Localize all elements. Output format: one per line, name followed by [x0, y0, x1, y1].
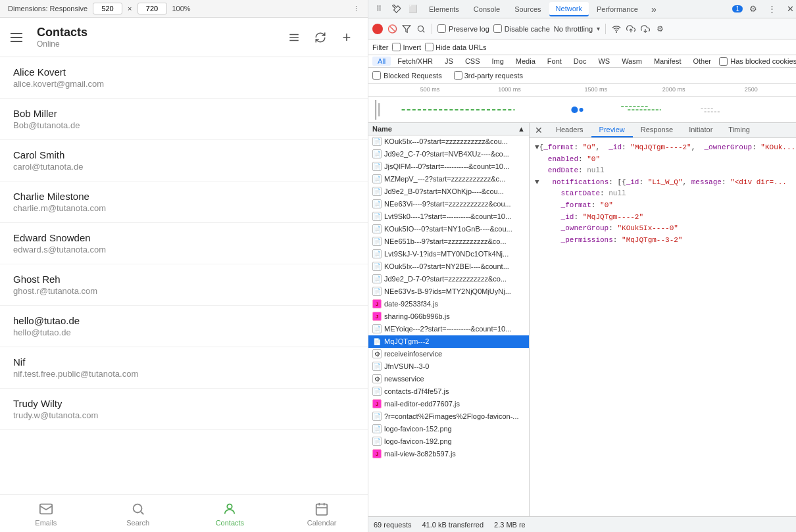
table-row[interactable]: 📄 Lvt9Sk0----1?start=----------&count=10…: [368, 210, 529, 223]
toolbar-separator-2: [605, 24, 606, 34]
request-type-icon: 📄: [372, 337, 382, 346]
third-party-checkbox[interactable]: 3rd-party requests: [454, 71, 523, 80]
list-item[interactable]: hello@tutao.de hello@tutao.de: [0, 306, 368, 347]
record-button[interactable]: [372, 24, 383, 34]
tab-initiator[interactable]: Initiator: [681, 123, 720, 137]
json-toggle[interactable]: ▼: [535, 143, 539, 151]
table-row[interactable]: 📄 MZMepV_---2?start=zzzzzzzzzzz&c...: [368, 173, 529, 185]
filter-icon[interactable]: [401, 24, 412, 34]
devtools-responsive-icon[interactable]: ⬜: [405, 1, 421, 17]
width-input[interactable]: [93, 3, 122, 14]
json-toggle[interactable]: ▼: [535, 178, 539, 186]
disable-cache-checkbox[interactable]: Disable cache: [493, 24, 550, 33]
contacts-list[interactable]: Alice Kovert alice.kovert@gmail.com Bob …: [0, 57, 368, 495]
close-devtools-icon[interactable]: ✕: [782, 1, 796, 17]
more-icon[interactable]: ⋮: [353, 5, 360, 13]
throttle-dropdown-icon[interactable]: ▾: [597, 25, 600, 32]
table-row[interactable]: 📄 Lvt9SkJ-V-1?ids=MTY0NDc1OTk4Nj...: [368, 248, 529, 260]
type-btn-font[interactable]: Font: [542, 57, 567, 66]
table-row[interactable]: 📄 ?r=contact%2Fimages%2Flogo-favicon-...: [368, 410, 529, 423]
add-contact-button[interactable]: +: [336, 27, 357, 48]
table-row[interactable]: 📄 NEe63Vi----9?start=zzzzzzzzzzz&cou...: [368, 198, 529, 210]
sync-button[interactable]: [310, 27, 331, 48]
type-btn-manifest[interactable]: Manifest: [649, 57, 687, 66]
search-icon[interactable]: [416, 24, 426, 34]
type-btn-media[interactable]: Media: [510, 57, 541, 66]
customize-icon[interactable]: ⋮: [764, 1, 780, 17]
settings-icon[interactable]: ⚙: [745, 1, 761, 17]
table-row[interactable]: ⚙ receiveinfoservice: [368, 348, 529, 360]
height-input[interactable]: [137, 3, 167, 14]
table-row[interactable]: 📄 logo-favicon-192.png: [368, 435, 529, 448]
json-line: ▼ notifications: [{_id: "Li_W_Q", messag…: [535, 177, 795, 189]
type-btn-doc[interactable]: Doc: [568, 57, 592, 66]
list-item[interactable]: Bob Miller Bob@tutanota.de: [0, 99, 368, 140]
type-btn-all[interactable]: All: [372, 57, 391, 66]
table-row[interactable]: 📄 NEe63Vs-B-9?ids=MTY2NjQ0MjUyNj...: [368, 285, 529, 298]
close-preview-button[interactable]: ✕: [532, 124, 545, 137]
preserve-log-checkbox[interactable]: Preserve log: [437, 24, 489, 33]
table-row[interactable]: J mail-editor-edd77607.js: [368, 398, 529, 410]
type-btn-ws[interactable]: WS: [593, 57, 615, 66]
more-tabs-icon[interactable]: »: [646, 1, 662, 17]
download-icon[interactable]: [640, 24, 651, 34]
nav-item-search[interactable]: Search: [92, 495, 184, 532]
tab-sources[interactable]: Sources: [508, 3, 547, 16]
table-row[interactable]: 📄 KOuk5Ix---0?start=zzzzzzzzzzz&cou...: [368, 135, 529, 148]
nav-item-calendar[interactable]: Calendar: [276, 495, 368, 532]
table-row[interactable]: 📄 Jd9e2_D-7-0?start=zzzzzzzzzzz&co...: [368, 273, 529, 285]
has-blocked-cookies-checkbox[interactable]: Has blocked cookies: [719, 57, 796, 66]
requests-list[interactable]: Name ▲ 📄 KOuk5Ix---0?start=zzzzzzzzzzz&c…: [368, 123, 530, 516]
tab-response[interactable]: Response: [633, 123, 682, 137]
list-item[interactable]: Ghost Reh ghost.r@tutanota.com: [0, 264, 368, 306]
table-row[interactable]: 📄 logo-favicon-152.png: [368, 423, 529, 435]
list-item[interactable]: Alice Kovert alice.kovert@gmail.com: [0, 57, 368, 99]
nav-item-contacts[interactable]: Contacts: [184, 495, 276, 532]
table-row[interactable]: 📄 JfnVSUN--3-0: [368, 360, 529, 373]
request-type-icon: ⚙: [372, 374, 382, 383]
tab-headers[interactable]: Headers: [548, 123, 591, 137]
table-row[interactable]: ⚙ newsservice: [368, 373, 529, 385]
type-btn-js[interactable]: JS: [439, 57, 459, 66]
tab-network[interactable]: Network: [549, 2, 589, 16]
list-item[interactable]: Charlie Milestone charlie.m@tutanota.com: [0, 181, 368, 223]
type-btn-wasm[interactable]: Wasm: [616, 57, 647, 66]
table-row[interactable]: 📄 Jd9e2_B-0?start=NXOhKjp----&cou...: [368, 185, 529, 198]
clear-button[interactable]: 🚫: [387, 24, 397, 34]
type-btn-other[interactable]: Other: [687, 57, 716, 66]
list-item[interactable]: Trudy Wilty trudy.w@tutanota.com: [0, 389, 368, 430]
table-row[interactable]: J mail-view-3c82b597.js: [368, 448, 529, 460]
menu-icon[interactable]: [11, 30, 26, 45]
type-btn-css[interactable]: CSS: [460, 57, 485, 66]
tab-performance[interactable]: Performance: [590, 3, 645, 16]
tab-timing[interactable]: Timing: [720, 123, 758, 137]
list-item[interactable]: Carol Smith carol@tutanota.de: [0, 140, 368, 181]
table-row[interactable]: 📄 Jd9e2_C-7-0?start=NVB4XUz----&co...: [368, 148, 529, 160]
tab-preview[interactable]: Preview: [591, 123, 633, 137]
table-row[interactable]: J date-92533f34.js: [368, 298, 529, 310]
table-row[interactable]: 📄 KOuk5Ix---0?start=NY2BEl----&count...: [368, 260, 529, 273]
list-item[interactable]: Edward Snowden edward.s@tutanota.com: [0, 223, 368, 264]
tab-console[interactable]: Console: [467, 3, 507, 16]
list-view-button[interactable]: [284, 27, 305, 48]
table-row[interactable]: J sharing-066b996b.js: [368, 310, 529, 323]
list-item[interactable]: Nif nif.test.free.public@tutanota.com: [0, 347, 368, 389]
devtools-dock-icon[interactable]: ⠿: [371, 1, 387, 17]
devtools-element-icon[interactable]: [388, 1, 404, 17]
table-row[interactable]: 📄 contacts-d7f4fe57.js: [368, 385, 529, 398]
tab-elements[interactable]: Elements: [422, 3, 466, 16]
wifi-icon[interactable]: [611, 24, 622, 34]
table-row[interactable]: 📄 KOuk5IO---0?start=NY1oGnB----&cou...: [368, 223, 529, 235]
upload-icon[interactable]: [626, 24, 636, 34]
nav-item-emails[interactable]: Emails: [0, 495, 92, 532]
table-row[interactable]: 📄 NEe651b---9?start=zzzzzzzzzzz&co...: [368, 235, 529, 248]
type-btn-fetchxhr[interactable]: Fetch/XHR: [392, 57, 438, 66]
table-row[interactable]: 📄 JjsQlFM---0?start=----------&count=10.…: [368, 160, 529, 173]
settings-network-icon[interactable]: ⚙: [655, 24, 665, 34]
table-row[interactable]: 📄 MqJQTgm---2: [368, 335, 529, 348]
blocked-requests-checkbox[interactable]: Blocked Requests: [372, 71, 442, 80]
table-row[interactable]: 📄 MEYoiqe---2?start=----------&count=10.…: [368, 323, 529, 335]
hide-data-urls-checkbox[interactable]: Hide data URLs: [425, 43, 487, 51]
invert-checkbox[interactable]: Invert: [392, 43, 421, 51]
type-btn-img[interactable]: Img: [487, 57, 509, 66]
